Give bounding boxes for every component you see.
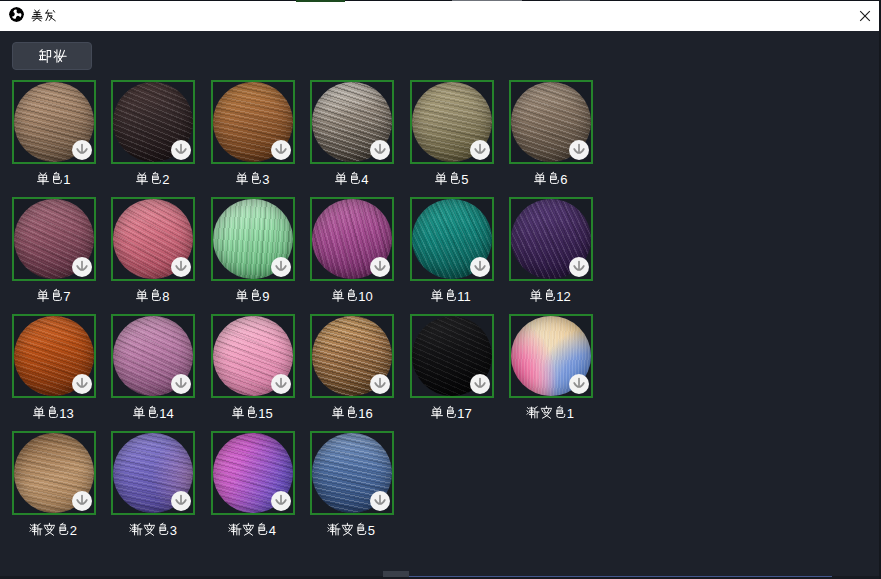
svg-text:14: 14 <box>159 406 173 421</box>
svg-text:17: 17 <box>457 406 471 421</box>
svg-text:2: 2 <box>163 172 170 187</box>
svg-text:4: 4 <box>361 172 368 187</box>
svg-text:12: 12 <box>557 289 571 304</box>
svg-text:16: 16 <box>358 406 372 421</box>
svg-text:1: 1 <box>567 406 574 421</box>
svg-text:9: 9 <box>262 289 269 304</box>
svg-text:1: 1 <box>63 172 70 187</box>
svg-text:3: 3 <box>169 523 176 538</box>
svg-text:2: 2 <box>70 523 77 538</box>
svg-text:5: 5 <box>368 523 375 538</box>
svg-text:15: 15 <box>258 406 272 421</box>
svg-text:8: 8 <box>163 289 170 304</box>
svg-text:3: 3 <box>262 172 269 187</box>
svg-text:11: 11 <box>457 289 471 304</box>
svg-text:10: 10 <box>358 289 372 304</box>
svg-text:5: 5 <box>461 172 468 187</box>
svg-text:7: 7 <box>63 289 70 304</box>
svg-text:13: 13 <box>60 406 74 421</box>
svg-text:4: 4 <box>269 523 276 538</box>
svg-text:6: 6 <box>560 172 567 187</box>
